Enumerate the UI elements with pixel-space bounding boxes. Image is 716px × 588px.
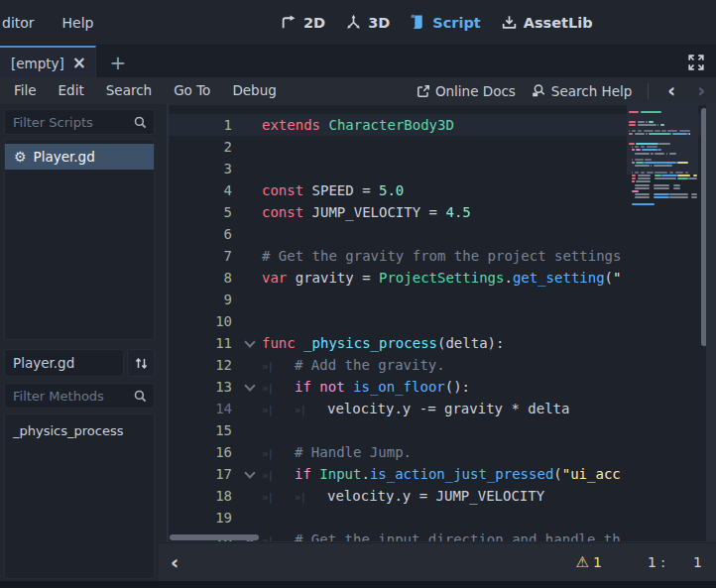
gdscript-icon: ⚙ [14, 150, 27, 164]
line-number[interactable]: 1 [169, 114, 232, 136]
mode-3d-button[interactable]: 3D [345, 14, 390, 31]
script-tab[interactable]: [empty] × [0, 46, 96, 78]
line-number[interactable]: 19 [169, 507, 232, 529]
code-editor[interactable]: 1extends CharacterBody3D234const SPEED =… [167, 104, 707, 542]
menu-edit[interactable]: Edit [48, 77, 95, 104]
tab-label: [empty] [11, 56, 72, 71]
menu-editor[interactable]: ditor [0, 11, 47, 35]
code-line[interactable]: 12»|# Add the gravity. [169, 354, 627, 376]
current-script-input[interactable] [5, 350, 123, 376]
script-name: Player.gd [34, 149, 95, 165]
fold-icon[interactable] [244, 469, 256, 479]
method-list-item[interactable]: _physics_process [5, 420, 154, 441]
sort-methods-button[interactable] [127, 349, 155, 377]
minimap[interactable] [627, 105, 698, 208]
mode-label: AssetLib [524, 15, 593, 31]
filter-scripts-input[interactable] [5, 115, 134, 130]
code-text: # Get the gravity from the project setti… [262, 245, 621, 267]
code-line[interactable]: 1extends CharacterBody3D [169, 114, 627, 136]
code-line[interactable]: 11func _physics_process(delta): [169, 332, 627, 354]
editor-mode-switcher: 2D3DScriptAssetLib [281, 0, 593, 45]
code-text: »|if Input.is_action_just_pressed("ui_ac… [262, 463, 621, 487]
line-number[interactable]: 8 [169, 267, 232, 289]
line-number[interactable]: 2 [169, 136, 232, 158]
online-docs-button[interactable]: Online Docs [417, 83, 516, 99]
line-number[interactable]: 14 [169, 398, 232, 419]
code-line[interactable]: 9 [169, 289, 627, 310]
line-number[interactable]: 5 [169, 201, 232, 223]
fold-icon[interactable] [244, 338, 256, 348]
warning-icon[interactable]: ⚠ [576, 555, 589, 570]
code-lines[interactable]: 1extends CharacterBody3D234const SPEED =… [169, 105, 627, 542]
horizontal-scrollbar[interactable] [170, 534, 259, 540]
code-line[interactable]: 13»|if not is_on_floor(): [169, 376, 627, 398]
menu-go-to[interactable]: Go To [163, 77, 221, 104]
collapse-panel-icon[interactable]: ‹ [171, 552, 179, 572]
script-list-item[interactable]: ⚙Player.gd [5, 144, 154, 170]
history-back-button[interactable]: ‹ [664, 81, 678, 100]
code-line[interactable]: 6 [169, 223, 627, 245]
scripts-panel: ⚙Player.gd _physics_process [0, 104, 159, 581]
filter-methods-input[interactable] [5, 389, 134, 404]
3d-icon [345, 14, 362, 31]
code-line[interactable]: 14»|»|velocity.y -= gravity * delta [169, 398, 627, 419]
line-number[interactable]: 12 [169, 354, 232, 376]
code-line[interactable]: 17»|if Input.is_action_just_pressed("ui_… [169, 463, 627, 485]
tab-indent-icon: »| [262, 530, 295, 542]
code-text: func _physics_process(delta): [262, 332, 504, 354]
line-number[interactable]: 17 [169, 463, 232, 485]
code-line[interactable]: 7# Get the gravity from the project sett… [169, 245, 627, 267]
code-line[interactable]: 18»|»|velocity.y = JUMP_VELOCITY [169, 485, 627, 507]
line-number[interactable]: 6 [169, 223, 232, 245]
distraction-free-icon[interactable] [682, 46, 710, 78]
menu-debug[interactable]: Debug [221, 77, 287, 104]
code-line[interactable]: 5const JUMP_VELOCITY = 4.5 [169, 201, 627, 223]
line-number[interactable]: 11 [169, 332, 232, 354]
window-edge [0, 581, 716, 588]
tab-indent-icon: »| [262, 465, 295, 487]
line-number[interactable]: 9 [169, 289, 232, 310]
code-text: »|# Add the gravity. [262, 354, 445, 378]
line-number[interactable]: 16 [169, 441, 232, 463]
line-number[interactable]: 13 [169, 376, 232, 398]
code-line[interactable]: 10 [169, 310, 627, 332]
code-line[interactable]: 3 [169, 158, 627, 179]
fold-icon[interactable] [244, 382, 256, 392]
tab-indent-icon: »| [262, 487, 295, 509]
script-editor-area: 1extends CharacterBody3D234const SPEED =… [159, 104, 716, 542]
script-menu-bar: FileEditSearchGo ToDebug Online Docs Sea… [0, 77, 716, 104]
search-icon [134, 390, 147, 403]
methods-list: _physics_process [4, 413, 155, 579]
status-bar: ‹ ⚠ 1 1 : 1 [159, 542, 716, 581]
code-line[interactable]: 4const SPEED = 5.0 [169, 179, 627, 201]
line-number[interactable]: 15 [169, 419, 232, 441]
history-forward-button[interactable]: › [694, 81, 708, 100]
code-text: »|# Get the input direction and handle t… [262, 529, 621, 542]
search-docs-icon [532, 83, 546, 98]
add-tab-button[interactable]: + [105, 46, 131, 78]
code-text: const JUMP_VELOCITY = 4.5 [262, 201, 471, 223]
code-line[interactable]: 15 [169, 419, 627, 441]
line-number[interactable]: 3 [169, 158, 232, 179]
scripts-list: ⚙Player.gd [4, 139, 155, 340]
code-line[interactable]: 2 [169, 136, 627, 158]
menu-search[interactable]: Search [95, 77, 163, 104]
code-line[interactable]: 19 [169, 507, 627, 529]
warning-count[interactable]: 1 [593, 554, 602, 570]
search-help-button[interactable]: Search Help [532, 83, 632, 99]
cursor-column: 1 [693, 554, 702, 570]
close-icon[interactable]: × [72, 55, 86, 71]
line-number[interactable]: 7 [169, 245, 232, 267]
mode-assetlib-button[interactable]: AssetLib [501, 14, 593, 31]
line-number[interactable]: 4 [169, 179, 232, 201]
mode-2d-button[interactable]: 2D [281, 14, 325, 31]
mode-script-button[interactable]: Script [410, 14, 480, 31]
menu-help[interactable]: Help [51, 11, 106, 35]
code-text: extends CharacterBody3D [262, 114, 454, 136]
code-text: »|»|velocity.y -= gravity * delta [262, 398, 569, 421]
menu-file[interactable]: File [3, 77, 48, 104]
code-line[interactable]: 8var gravity = ProjectSettings.get_setti… [169, 267, 627, 289]
code-line[interactable]: 16»|# Handle Jump. [169, 441, 627, 463]
line-number[interactable]: 18 [169, 485, 232, 507]
line-number[interactable]: 10 [169, 310, 232, 332]
